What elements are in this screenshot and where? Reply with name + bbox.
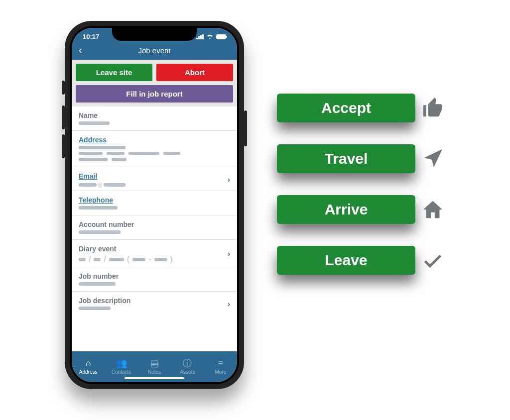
- tab-more[interactable]: ≡ More: [204, 351, 237, 382]
- placeholder-line: [79, 121, 110, 125]
- placeholder-line: [132, 258, 145, 261]
- more-icon: ≡: [218, 359, 224, 368]
- home-icon: ⌂: [86, 359, 91, 368]
- placeholder-line: [104, 183, 126, 187]
- placeholder-line: [94, 258, 101, 261]
- wifi-icon: [206, 34, 214, 39]
- status-icons: [196, 33, 226, 40]
- accept-button[interactable]: Accept: [277, 94, 415, 122]
- tab-address[interactable]: ⌂ Address: [72, 351, 105, 382]
- placeholder-line: [107, 152, 125, 155]
- home-icon: [415, 198, 450, 221]
- label-email[interactable]: Email: [79, 172, 230, 180]
- tab-label: Assets: [180, 369, 195, 375]
- tab-label: More: [215, 369, 226, 375]
- field-account-number: Account number: [72, 215, 237, 240]
- battery-icon: [216, 34, 226, 39]
- phone-side-button: [62, 134, 65, 158]
- at-glyph: @: [98, 182, 103, 188]
- abort-button[interactable]: Abort: [156, 64, 233, 81]
- placeholder-line: [79, 282, 116, 286]
- leave-site-button[interactable]: Leave site: [76, 64, 152, 81]
- notes-icon: ▤: [150, 359, 159, 368]
- navigate-icon: [415, 147, 450, 170]
- chevron-right-icon: ›: [228, 175, 230, 183]
- field-diary-event[interactable]: Diary event / / ( - ) ›: [72, 240, 237, 267]
- stage-accept: Accept: [277, 94, 466, 122]
- home-indicator: [125, 377, 184, 379]
- label-address[interactable]: Address: [79, 136, 230, 144]
- placeholder-line: [79, 206, 118, 210]
- field-address[interactable]: Address: [72, 131, 237, 167]
- placeholder-line: [79, 307, 111, 310]
- placeholder-line: [79, 152, 103, 155]
- back-icon[interactable]: ‹: [79, 44, 82, 56]
- stage-travel: Travel: [277, 144, 466, 173]
- action-bar: Leave site Abort Fill in job report: [72, 60, 237, 106]
- phone-notch: [112, 28, 197, 41]
- phone-side-button: [62, 105, 65, 129]
- label-diary-event: Diary event: [79, 245, 230, 253]
- fill-report-button[interactable]: Fill in job report: [76, 85, 233, 103]
- stage-buttons: Accept Travel Arrive Leave: [277, 94, 466, 297]
- label-name: Name: [79, 111, 230, 119]
- phone-screen: 10:17 ‹ Job event Leave site Abort: [72, 28, 237, 382]
- arrive-button[interactable]: Arrive: [277, 195, 415, 224]
- placeholder-line: [154, 258, 167, 261]
- chevron-right-icon: ›: [228, 300, 230, 308]
- placeholder-line: [79, 158, 108, 161]
- page-title: Job event: [138, 46, 170, 55]
- status-time: 10:17: [83, 33, 99, 40]
- check-icon: [415, 249, 450, 272]
- placeholder-line: [79, 230, 121, 234]
- tab-label: Contacts: [112, 369, 131, 375]
- details-list: Name Address: [72, 106, 237, 315]
- field-telephone[interactable]: Telephone: [72, 191, 237, 215]
- signal-icon: [196, 34, 204, 39]
- stage-arrive: Arrive: [277, 195, 466, 224]
- field-name: Name: [72, 106, 237, 131]
- tab-label: Address: [79, 369, 98, 375]
- label-account-number: Account number: [79, 220, 230, 228]
- placeholder-line: [109, 258, 124, 261]
- field-job-number: Job number: [72, 267, 237, 292]
- placeholder-line: [79, 258, 86, 261]
- leave-button[interactable]: Leave: [277, 246, 415, 275]
- info-icon: ⓘ: [183, 359, 192, 368]
- label-telephone[interactable]: Telephone: [79, 196, 230, 204]
- label-job-number: Job number: [79, 272, 230, 280]
- placeholder-line: [79, 183, 97, 187]
- tab-label: Notes: [148, 369, 161, 375]
- placeholder-line: [79, 146, 126, 149]
- contacts-icon: 👥: [116, 359, 127, 368]
- stage-leave: Leave: [277, 246, 466, 275]
- thumbs-up-icon: [415, 97, 450, 119]
- placeholder-line: [128, 152, 159, 155]
- phone-mockup: 10:17 ‹ Job event Leave site Abort: [65, 21, 244, 389]
- field-job-description[interactable]: Job description ›: [72, 292, 237, 315]
- placeholder-line: [112, 158, 127, 161]
- phone-side-button: [244, 110, 247, 146]
- nav-bar: ‹ Job event: [72, 43, 237, 60]
- field-email[interactable]: Email @ ›: [72, 167, 237, 191]
- placeholder-line: [163, 152, 180, 155]
- phone-side-button: [62, 81, 65, 95]
- travel-button[interactable]: Travel: [277, 144, 415, 173]
- chevron-right-icon: ›: [228, 249, 230, 258]
- label-job-description: Job description: [79, 297, 230, 305]
